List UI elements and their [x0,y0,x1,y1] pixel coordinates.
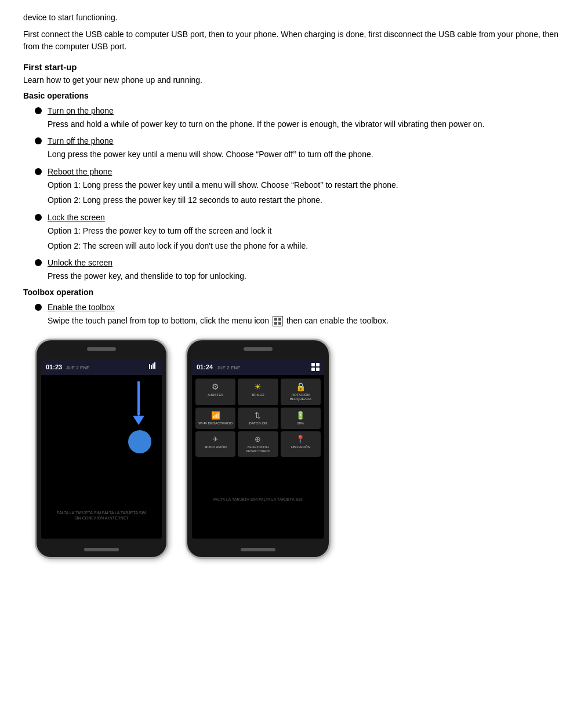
reboot-label: Reboot the phone [48,167,112,176]
intro-line2: First connect the USB cable to computer … [23,28,565,53]
bullet-dot-icon [35,214,42,221]
first-startup-title: First start-up [23,62,565,72]
bullet-enable-toolbox: Enable the toolbox [35,303,565,312]
wifi-off-icon: 📶 [211,411,220,420]
toolbox-title: Toolbox operation [23,288,565,297]
lock-description2: Option 2: The screen will auto lock if y… [48,239,565,252]
intro-line1: device to start functioning. [23,12,565,24]
swipe-arrow [133,381,144,425]
first-startup-subtitle: Learn how to get your new phone up and r… [23,74,565,86]
grid-item-airplane: ✈ MODO AVIÓN [195,431,235,457]
lock-label: Lock the screen [48,213,105,222]
phone1-body: FALTA LA TARJETA SIM FALTA LA TARJETA SI… [41,375,162,539]
phone2: 01:24 JUE 2 ENE ⚙ AJUSTES [186,339,331,559]
swipe-circle [128,430,151,453]
bullet-dot-icon [35,168,42,175]
grid-label-data: DATOS ON [249,421,267,426]
svg-rect-4 [149,364,150,369]
svg-rect-6 [153,364,154,369]
bullet-reboot: Reboot the phone [35,167,565,176]
grid-label-brightness: BRILLO [252,393,264,397]
battery-icon: 🔋 [296,411,305,420]
phone1-time: 01:23 [46,364,62,370]
gear-icon: ⚙ [212,382,219,391]
basic-operations-title: Basic operations [23,91,565,100]
grid-label-airplane: MODO AVIÓN [205,445,227,449]
enable-toolbox-description: Swipe the touch panel from top to bottom… [48,314,565,327]
turn-on-label: Turn on the phone [48,106,114,115]
enable-toolbox-label: Enable the toolbox [48,303,115,312]
phone1-internet-text: SIN CONEXIÓN A INTERNET [41,515,162,521]
location-icon: 📍 [296,435,305,444]
turn-off-description: Long press the power key until a menu wi… [48,148,565,161]
grid-item-data: ⇅ DATOS ON [238,408,278,429]
grid-item-settings: ⚙ AJUSTES [195,379,235,405]
arrow-head-icon [133,416,144,425]
phone2-time-group: 01:24 JUE 2 ENE [197,364,240,370]
svg-rect-1 [278,318,281,321]
phone1-status-bar: 01:23 JUE 2 ENE [41,359,162,375]
grid-item-location: 📍 UBICACIÓN [281,431,321,457]
turn-on-description: Press and hold a while of power key to t… [48,118,565,130]
bullet-dot-icon [35,259,42,266]
grid-item-bluetooth: ⊕ BLUETOOTH DESACTIVADO [238,431,278,457]
unlock-description: Press the power key, and thenslide to to… [48,270,565,282]
svg-rect-5 [151,365,152,369]
menu-dot [311,368,315,371]
phones-container: 01:23 JUE 2 ENE FALTA LA TARJETA SIM FAL [35,339,565,559]
phone2-status-bar: 01:24 JUE 2 ENE [192,359,324,375]
menu-dot [316,363,320,366]
phone2-outer: 01:24 JUE 2 ENE ⚙ AJUSTES [186,339,331,559]
menu-icon [273,316,283,326]
bluetooth-icon: ⊕ [255,435,261,444]
svg-rect-3 [278,322,281,325]
bullet-lock: Lock the screen [35,213,565,222]
phone1-outer: 01:23 JUE 2 ENE FALTA LA TARJETA SIM FAL [35,339,168,559]
grid-label-settings: AJUSTES [208,393,223,397]
grid-item-wifi: 📶 WI-FI DESACTIVADO [195,408,235,429]
reboot-description1: Option 1: Long press the power key until… [48,179,565,191]
grid-label-wifi: WI-FI DESACTIVADO [198,421,233,426]
svg-rect-2 [274,322,277,325]
toolbox-desc-after: then can enable the toolbox. [286,316,389,325]
phone1-sim-text: FALTA LA TARJETA SIM FALTA LA TARJETA SI… [41,510,162,516]
svg-rect-7 [154,362,155,369]
grid-item-battery: 🔋 20% [281,408,321,429]
menu-dot [311,363,315,366]
grid-label-rotation: ROTACIÓN BLOQUEADA [282,393,320,401]
grid-label-bluetooth: BLUETOOTH DESACTIVADO [239,445,277,453]
grid-item-brightness: ☀ BRILLO [238,379,278,405]
phone1-home-bar [84,548,119,551]
phone1-date: JUE 2 ENE [66,365,89,370]
bullet-dot-icon [35,304,42,311]
menu-dot [316,368,320,371]
bullet-turn-on: Turn on the phone [35,106,565,115]
phone2-body-empty [192,460,324,495]
arrow-line [137,381,140,416]
sun-icon: ☀ [254,382,262,391]
phone2-home-bar [241,548,275,551]
phone2-speaker [244,347,273,351]
phone2-time: 01:24 [197,364,213,370]
svg-rect-0 [274,318,277,321]
phone1-screen: 01:23 JUE 2 ENE FALTA LA TARJETA SIM FAL [41,359,162,539]
rotation-lock-icon: 🔒 [296,382,306,391]
bullet-dot-icon [35,107,42,114]
phone1-bottom-text: FALTA LA TARJETA SIM FALTA LA TARJETA SI… [41,510,162,522]
airplane-icon: ✈ [212,435,219,444]
phone2-date: JUE 2 ENE [217,365,240,370]
phone2-bottom-text: FALTA LA TARJETA SIM FALTA LA TARJETA SI… [192,495,324,504]
toolbox-desc-before: Swipe the touch panel from top to bottom… [48,316,269,325]
grid-item-rotation: 🔒 ROTACIÓN BLOQUEADA [281,379,321,405]
phone1-status-icons [149,362,157,372]
turn-off-label: Turn off the phone [48,136,114,146]
grid-label-battery: 20% [297,421,304,426]
phone2-menu-icon [311,363,320,371]
bullet-turn-off: Turn off the phone [35,136,565,146]
data-icon: ⇅ [255,411,261,420]
reboot-description2: Option 2: Long press the power key till … [48,194,565,206]
grid-label-location: UBICACIÓN [291,445,310,449]
bullet-unlock: Unlock the screen [35,258,565,267]
lock-description1: Option 1: Press the power key to turn of… [48,224,565,237]
phone1-time-group: 01:23 JUE 2 ENE [46,364,89,370]
